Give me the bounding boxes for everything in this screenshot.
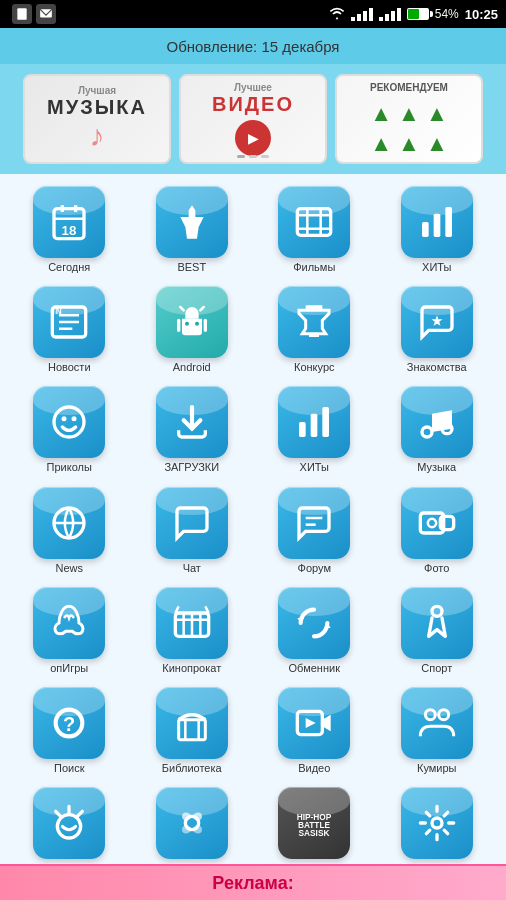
prikoly-label: Приколы [47, 461, 92, 474]
battery-percent: 54% [435, 7, 459, 21]
hits-icon [401, 186, 473, 258]
hity2-icon [278, 386, 350, 458]
svg-rect-13 [422, 222, 429, 237]
svg-rect-32 [323, 407, 330, 437]
battery-fill [408, 9, 419, 19]
hits-label: ХИТы [422, 261, 451, 274]
svg-rect-14 [433, 214, 440, 237]
top-bar: Обновление: 15 декабря [0, 28, 506, 64]
grid-item-library[interactable]: Библиотека [133, 683, 252, 779]
funny-icon [33, 787, 105, 859]
arrow6-icon: ▲ [426, 131, 448, 157]
svg-point-28 [62, 417, 67, 422]
app-grid: 18 Сегодня BEST Фильмы ХИТы N [4, 182, 502, 879]
featured-music[interactable]: Лучшая МУЗЫКА ♪ [23, 74, 171, 164]
video-dots [237, 155, 269, 158]
main-content: 18 Сегодня BEST Фильмы ХИТы N [0, 174, 506, 887]
arrow3-icon: ▲ [426, 101, 448, 127]
signal-bars-2 [379, 8, 401, 21]
svg-point-27 [54, 407, 84, 437]
konkurs-label: Конкурс [294, 361, 335, 374]
grid-item-search[interactable]: ? Поиск [10, 683, 129, 779]
svg-text:?: ? [63, 713, 75, 735]
today-label: Сегодня [48, 261, 90, 274]
grid-item-kino[interactable]: Кинопрокат [133, 583, 252, 679]
android-icon [156, 286, 228, 358]
svg-text:SASISK: SASISK [299, 828, 330, 838]
konkurs-icon [278, 286, 350, 358]
grid-item-best[interactable]: BEST [133, 182, 252, 278]
films-icon [278, 186, 350, 258]
wifi-icon [329, 7, 345, 21]
signal-bars [351, 8, 373, 21]
library-label: Библиотека [162, 762, 222, 775]
muzyka-label: Музыка [417, 461, 456, 474]
grid-item-foto[interactable]: Фото [378, 483, 497, 579]
grid-item-znakomstva[interactable]: Знакомства [378, 282, 497, 378]
forum-label: Форум [298, 562, 331, 575]
search-label: Поиск [54, 762, 84, 775]
grid-item-chat[interactable]: Чат [133, 483, 252, 579]
zagruzki-label: ЗАГРУЗКИ [164, 461, 219, 474]
svg-rect-31 [311, 414, 318, 437]
battery-tip [430, 11, 433, 17]
svg-point-57 [425, 710, 435, 720]
muzyka-icon [401, 386, 473, 458]
svg-point-33 [422, 427, 432, 437]
services-icon [401, 787, 473, 859]
featured-video[interactable]: Лучшее ВИДЕО ▶ [179, 74, 327, 164]
grid-item-android[interactable]: Android [133, 282, 252, 378]
svg-rect-8 [298, 209, 331, 236]
grid-item-video2[interactable]: Видео [255, 683, 374, 779]
chat-label: Чат [183, 562, 201, 575]
svg-point-41 [428, 518, 436, 526]
music-main-label: МУЗЫКА [47, 96, 147, 119]
phone-icon [12, 4, 32, 24]
arrow5-icon: ▲ [398, 131, 420, 157]
grid-item-muzyka[interactable]: Музыка [378, 382, 497, 478]
sport-icon [401, 587, 473, 659]
video-top-label: Лучшее [234, 82, 272, 93]
grid-item-konkurs[interactable]: Конкурс [255, 282, 374, 378]
grid-item-kumiry[interactable]: Кумиры [378, 683, 497, 779]
chat-icon [156, 487, 228, 559]
hity2-label: ХИТы [300, 461, 329, 474]
svg-point-29 [72, 417, 77, 422]
exchange-icon [278, 587, 350, 659]
grid-item-films[interactable]: Фильмы [255, 182, 374, 278]
prikoly-icon [33, 386, 105, 458]
grid-item-news-en[interactable]: News [10, 483, 129, 579]
arrow4-icon: ▲ [370, 131, 392, 157]
zagruzki-icon [156, 386, 228, 458]
ad-bar[interactable]: Реклама: [0, 864, 506, 900]
video2-icon [278, 687, 350, 759]
svg-point-58 [438, 710, 448, 720]
news-en-icon [33, 487, 105, 559]
arrow2-icon: ▲ [398, 101, 420, 127]
status-left-icons [12, 4, 56, 24]
grid-item-games[interactable]: опИгры [10, 583, 129, 679]
foto-icon [401, 487, 473, 559]
rec-arrows: ▲ ▲ ▲ [370, 101, 447, 127]
update-text: Обновление: 15 декабря [166, 38, 339, 55]
grid-item-forum[interactable]: Форум [255, 483, 374, 579]
grid-item-sport[interactable]: Спорт [378, 583, 497, 679]
library-icon [156, 687, 228, 759]
grid-item-novosti[interactable]: N Новости [10, 282, 129, 378]
grid-item-zagruzki[interactable]: ЗАГРУЗКИ [133, 382, 252, 478]
grid-item-prikoly[interactable]: Приколы [10, 382, 129, 478]
games-icon [33, 587, 105, 659]
grid-item-hits[interactable]: ХИТы [378, 182, 497, 278]
grid-item-hity2[interactable]: ХИТы [255, 382, 374, 478]
news-en-label: News [55, 562, 83, 575]
kino-label: Кинопрокат [162, 662, 221, 675]
films-label: Фильмы [293, 261, 335, 274]
featured-recommend[interactable]: РЕКОМЕНДУЕМ ▲ ▲ ▲ ▲ ▲ ▲ [335, 74, 483, 164]
rec-label: РЕКОМЕНДУЕМ [370, 82, 448, 93]
sport-label: Спорт [421, 662, 452, 675]
best-label: BEST [177, 261, 206, 274]
music-note-icon: ♪ [90, 119, 105, 153]
grid-item-today[interactable]: 18 Сегодня [10, 182, 129, 278]
svg-line-25 [180, 307, 183, 310]
grid-item-exchange[interactable]: Обменник [255, 583, 374, 679]
